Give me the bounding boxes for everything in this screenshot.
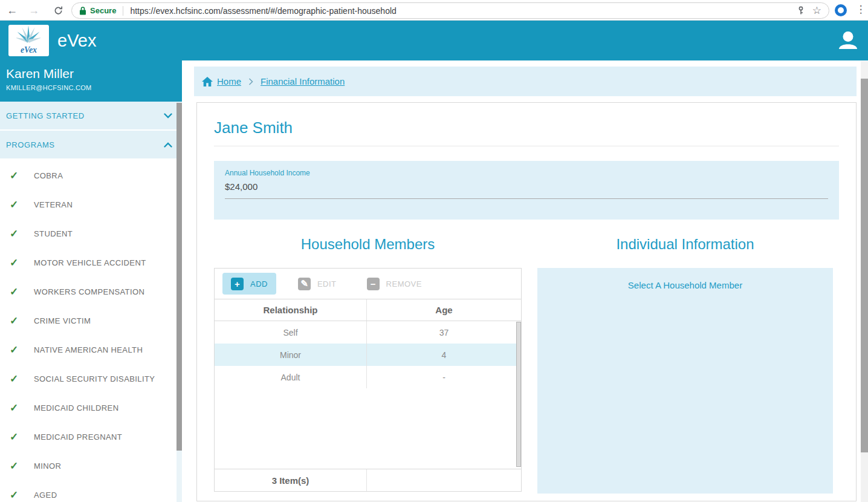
check-icon: ✓	[10, 344, 21, 356]
program-label: WORKERS COMPENSATION	[34, 287, 144, 296]
chevron-right-icon	[248, 78, 253, 85]
sidebar: Karen Miller KMILLER@HCFSINC.COM GETTING…	[0, 60, 182, 502]
table-row[interactable]: Self 37	[215, 321, 521, 344]
sidebar-item-crime-victim[interactable]: ✓ CRIME VICTIM	[0, 306, 182, 335]
table-row[interactable]: Adult -	[215, 366, 521, 388]
url-divider	[123, 6, 123, 16]
sidebar-item-motor-vehicle-accident[interactable]: ✓ MOTOR VEHICLE ACCIDENT	[0, 248, 182, 277]
sidebar-item-medicaid-pregnant[interactable]: ✓ MEDICAID PREGNANT	[0, 422, 182, 451]
program-label: AGED	[34, 491, 57, 500]
user-avatar-icon[interactable]	[837, 29, 860, 54]
starburst-icon	[16, 25, 40, 46]
sidebar-item-veteran[interactable]: ✓ VETERAN	[0, 190, 182, 219]
patient-name: Jane Smith	[214, 119, 839, 137]
home-icon[interactable]	[202, 77, 213, 86]
user-email: KMILLER@HCFSINC.COM	[6, 84, 182, 91]
item-count: 3 Item(s)	[215, 469, 367, 491]
section-label: PROGRAMS	[6, 140, 55, 149]
sidebar-section-programs[interactable]: PROGRAMS	[0, 131, 182, 158]
members-table-footer: 3 Item(s)	[215, 469, 521, 491]
edit-button[interactable]: ✎ EDIT	[290, 273, 345, 295]
check-icon: ✓	[10, 402, 21, 414]
sidebar-scrollbar[interactable]	[177, 103, 182, 502]
browser-menu-icon[interactable]: ⋮	[855, 3, 866, 16]
table-row[interactable]: Minor 4	[215, 344, 521, 366]
cell-age: 37	[367, 321, 521, 344]
page-scrollbar-thumb[interactable]	[861, 79, 868, 452]
column-header-relationship: Relationship	[215, 299, 367, 321]
individual-information-title: Individual Information	[537, 236, 833, 253]
evex-logo[interactable]: eVex	[8, 25, 49, 56]
plus-icon: +	[231, 278, 244, 290]
refresh-icon[interactable]	[52, 4, 64, 16]
cell-relationship: Self	[215, 321, 367, 344]
bookmark-star-icon[interactable]: ☆	[812, 4, 821, 17]
household-members-title: Household Members	[214, 236, 522, 253]
column-header-age: Age	[367, 305, 521, 315]
sidebar-item-native-american-health[interactable]: ✓ NATIVE AMERICAN HEALTH	[0, 335, 182, 364]
forward-icon[interactable]: →	[28, 4, 40, 16]
chevron-down-icon	[164, 113, 172, 119]
cell-age: 4	[367, 344, 521, 366]
sidebar-user-block: Karen Miller KMILLER@HCFSINC.COM	[0, 60, 182, 102]
logo-wordmark: eVex	[21, 45, 37, 56]
program-label: MINOR	[34, 461, 61, 471]
income-panel: Annual Household Income $24,000	[214, 161, 839, 220]
sidebar-item-medicaid-children[interactable]: ✓ MEDICAID CHILDREN	[0, 393, 182, 422]
sidebar-item-social-security-disability[interactable]: ✓ SOCIAL SECURITY DISABILITY	[0, 364, 182, 393]
check-icon: ✓	[10, 315, 21, 327]
table-scrollbar[interactable]	[516, 322, 521, 467]
program-label: VETERAN	[34, 200, 73, 209]
individual-information-column: Individual Information Select A Househol…	[537, 236, 833, 494]
edit-button-label: EDIT	[317, 279, 337, 288]
household-members-box: + ADD ✎ EDIT − REMOVE Relation	[214, 268, 522, 492]
app-header: eVex eVex powered by HealthWare Systems	[0, 21, 868, 60]
sidebar-item-minor[interactable]: ✓ MINOR	[0, 451, 182, 480]
browser-chrome: ← → Secure https://evex.hcfsinc.com/asse…	[0, 0, 868, 21]
sidebar-item-student[interactable]: ✓ STUDENT	[0, 219, 182, 248]
add-button[interactable]: + ADD	[222, 273, 276, 295]
address-bar[interactable]: Secure https://evex.hcfsinc.com/assessme…	[71, 2, 829, 19]
user-name: Karen Miller	[6, 67, 182, 81]
program-label: COBRA	[34, 171, 63, 180]
program-label: MEDICAID CHILDREN	[34, 403, 118, 412]
page-scrollbar[interactable]	[861, 61, 868, 502]
section-label: GETTING STARTED	[6, 111, 85, 120]
cell-relationship: Adult	[215, 366, 367, 388]
cell-relationship: Minor	[215, 344, 367, 366]
check-icon: ✓	[10, 460, 21, 472]
url-text[interactable]: https://evex.hcfsinc.com/assessment/#/de…	[130, 6, 789, 16]
sidebar-section-getting-started[interactable]: GETTING STARTED	[0, 102, 182, 129]
income-field[interactable]: $24,000	[225, 177, 828, 199]
lock-icon	[79, 6, 86, 15]
individual-information-panel: Select A Household Member	[537, 268, 833, 494]
browser-profile-icon[interactable]	[835, 4, 847, 16]
program-label: MEDICAID PREGNANT	[34, 432, 122, 442]
income-field-label: Annual Household Income	[225, 169, 828, 177]
program-label: CRIME VICTIM	[34, 316, 91, 325]
add-button-label: ADD	[250, 279, 268, 288]
pencil-icon: ✎	[298, 278, 311, 290]
minus-icon: −	[367, 278, 380, 290]
breadcrumb: Home Financial Information	[194, 67, 857, 96]
check-icon: ✓	[10, 489, 21, 501]
select-member-message: Select A Household Member	[537, 280, 833, 290]
breadcrumb-link-home[interactable]: Home	[217, 76, 241, 86]
check-icon: ✓	[10, 169, 21, 182]
breadcrumb-link-financial-information[interactable]: Financial Information	[261, 76, 345, 86]
household-members-column: Household Members + ADD ✎ EDIT −	[214, 236, 522, 494]
remove-button-label: REMOVE	[386, 279, 422, 288]
cell-age: -	[367, 366, 521, 388]
program-label: STUDENT	[34, 229, 73, 238]
remove-button[interactable]: − REMOVE	[358, 273, 430, 295]
sidebar-scrollbar-thumb[interactable]	[177, 103, 182, 451]
sidebar-item-aged[interactable]: ✓ AGED	[0, 480, 182, 502]
check-icon: ✓	[10, 227, 21, 240]
divider	[214, 146, 839, 146]
sidebar-item-cobra[interactable]: ✓ COBRA	[0, 161, 182, 190]
password-key-icon[interactable]	[797, 6, 805, 15]
back-icon[interactable]: ←	[6, 4, 18, 16]
programs-list: ✓ COBRA ✓ VETERAN ✓ STUDENT ✓ MOTOR VEHI…	[0, 160, 182, 502]
members-table-header: Relationship Age	[215, 299, 521, 321]
sidebar-item-workers-compensation[interactable]: ✓ WORKERS COMPENSATION	[0, 277, 182, 306]
